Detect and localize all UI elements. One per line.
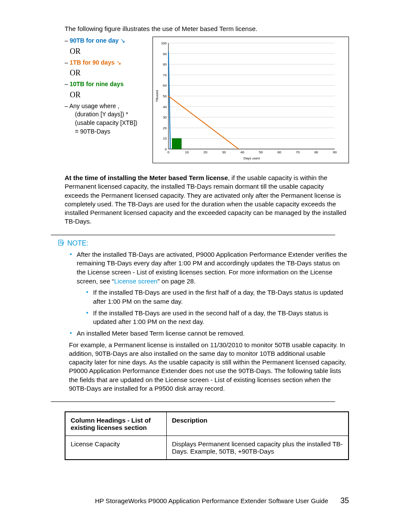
license-screen-link[interactable]: License screen bbox=[114, 277, 158, 285]
svg-text:10: 10 bbox=[185, 150, 189, 154]
legend-dash: – bbox=[65, 59, 68, 66]
footer-title: HP StorageWorks P9000 Application Perfor… bbox=[95, 497, 328, 504]
legend-dash: – bbox=[65, 37, 68, 44]
svg-text:40: 40 bbox=[163, 105, 167, 109]
page-footer: HP StorageWorks P9000 Application Perfor… bbox=[65, 496, 349, 505]
note-heading: NOTE: bbox=[67, 240, 88, 247]
main-para-bold: At the time of installing the Meter base… bbox=[65, 174, 228, 181]
note-bullet-1: After the installed TB-Days are activate… bbox=[69, 250, 349, 327]
legend-item-1tb: 1TB for 90 days bbox=[70, 59, 115, 66]
svg-text:60: 60 bbox=[277, 150, 281, 154]
svg-text:100: 100 bbox=[161, 41, 167, 45]
svg-text:50: 50 bbox=[163, 94, 167, 98]
legend-any-1: Any usage where , bbox=[69, 103, 119, 109]
svg-rect-36 bbox=[172, 138, 181, 149]
svg-text:70: 70 bbox=[296, 150, 300, 154]
note-block: NOTE: After the installed TB-Days are ac… bbox=[58, 235, 349, 402]
legend-or-1: OR bbox=[70, 47, 146, 56]
table-header-col1: Column Headings - List of existing licen… bbox=[65, 412, 167, 436]
note-separator-bottom bbox=[51, 401, 335, 402]
legend-item-90tb: 90TB for one day bbox=[70, 37, 119, 44]
figure-row: – 90TB for one day ↘ OR – 1TB for 90 day… bbox=[65, 37, 349, 163]
note-separator-top bbox=[51, 235, 335, 235]
chart-container: 0102030405060708090100010203040506070809… bbox=[153, 37, 349, 163]
svg-text:70: 70 bbox=[163, 73, 167, 77]
legend-dash: – bbox=[65, 103, 68, 109]
license-table: Column Headings - List of existing licen… bbox=[65, 411, 349, 460]
note-icon bbox=[58, 240, 65, 248]
svg-text:80: 80 bbox=[314, 150, 318, 154]
svg-text:0: 0 bbox=[168, 150, 170, 154]
intro-text: The following figure illustrates the use… bbox=[65, 25, 349, 32]
legend-item-any: – Any usage where , (duration [Y days]) … bbox=[65, 102, 146, 136]
svg-text:TBused: TBused bbox=[155, 90, 159, 102]
note-sub-2: If the installed TB-Days are used in the… bbox=[85, 309, 349, 327]
table-header-col2: Description bbox=[167, 412, 349, 436]
svg-text:50: 50 bbox=[259, 150, 263, 154]
svg-text:80: 80 bbox=[163, 62, 167, 66]
svg-text:30: 30 bbox=[163, 115, 167, 119]
note-b1b: ” on page 28. bbox=[158, 277, 196, 285]
svg-rect-37 bbox=[59, 240, 63, 246]
svg-text:90: 90 bbox=[163, 52, 167, 56]
main-paragraph: At the time of installing the Meter base… bbox=[65, 174, 349, 226]
svg-text:Days used: Days used bbox=[243, 156, 260, 160]
legend-or-2: OR bbox=[70, 68, 146, 78]
figure-legend: – 90TB for one day ↘ OR – 1TB for 90 day… bbox=[65, 37, 146, 163]
note-sub-1: If the installed TB-Days are used in the… bbox=[85, 288, 349, 306]
footer-page-number: 35 bbox=[340, 496, 349, 505]
svg-text:40: 40 bbox=[240, 150, 244, 154]
table-row: License Capacity Displays Permanent lice… bbox=[65, 436, 349, 460]
note-bullet-2: An installed Meter based Term license ca… bbox=[69, 329, 349, 338]
table-cell-col1: License Capacity bbox=[65, 436, 167, 460]
svg-text:20: 20 bbox=[203, 150, 207, 154]
svg-text:0: 0 bbox=[165, 147, 167, 151]
svg-text:30: 30 bbox=[222, 150, 226, 154]
main-para-rest: , if the usable capacity is within the P… bbox=[65, 174, 346, 225]
legend-any-2: (duration [Y days]) * bbox=[70, 111, 128, 118]
svg-text:20: 20 bbox=[163, 126, 167, 130]
chart-svg: 0102030405060708090100010203040506070809… bbox=[153, 40, 338, 161]
svg-text:60: 60 bbox=[163, 84, 167, 87]
table-cell-col2: Displays Permanent licensed capacity plu… bbox=[167, 436, 349, 460]
legend-any-3: (usable capacity [XTB]) bbox=[70, 119, 137, 126]
legend-any-4: = 90TB-Days bbox=[70, 128, 110, 135]
note-example-para: For example, a Permanent license is inst… bbox=[69, 341, 349, 393]
svg-text:90: 90 bbox=[333, 150, 337, 154]
svg-text:10: 10 bbox=[163, 137, 167, 140]
legend-dash: – bbox=[65, 81, 68, 87]
legend-or-3: OR bbox=[70, 90, 146, 100]
legend-item-10tb: 10TB for nine days bbox=[70, 81, 124, 87]
